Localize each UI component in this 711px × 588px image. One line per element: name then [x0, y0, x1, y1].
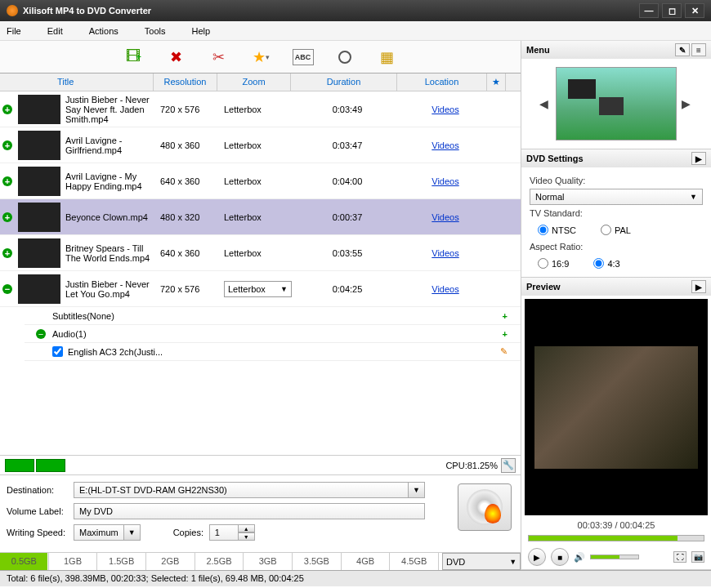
waveform-icon: [36, 459, 65, 472]
toolbar: 🎞+ ✖ ✂ ★▾ ABC ▦: [0, 41, 521, 74]
menu-actions[interactable]: Actions: [89, 26, 118, 36]
location-link[interactable]: Videos: [432, 176, 458, 186]
location-link[interactable]: Videos: [432, 105, 458, 114]
settings-icon[interactable]: 🔧: [501, 458, 516, 473]
edit-track-icon[interactable]: ✎: [500, 346, 508, 357]
preview-slider[interactable]: [528, 535, 704, 541]
play-button[interactable]: ▶: [528, 548, 546, 566]
add-audio-icon[interactable]: +: [503, 329, 508, 339]
close-button[interactable]: ✕: [685, 3, 704, 18]
ntsc-radio[interactable]: NTSC: [538, 225, 576, 235]
file-row[interactable]: − Justin Bieber - Never Let You Go.mp4 7…: [0, 271, 521, 307]
delete-icon[interactable]: ✖: [165, 46, 188, 69]
flame-icon: [485, 504, 501, 523]
collapse-icon[interactable]: ▶: [691, 280, 706, 293]
menu-file[interactable]: File: [7, 26, 21, 36]
expand-icon[interactable]: +: [0, 140, 15, 150]
stop-button[interactable]: ■: [551, 548, 569, 566]
volume-label-label: Volume Label:: [7, 506, 74, 516]
aspect-ratio-label: Aspect Ratio:: [530, 242, 703, 252]
expand-icon[interactable]: +: [0, 212, 15, 222]
preview-header: Preview ▶: [521, 278, 711, 296]
preview-time: 00:03:39 / 00:04:25: [521, 519, 711, 532]
chevron-down-icon: ▼: [690, 193, 697, 201]
file-resolution: 480 x 320: [157, 212, 221, 222]
copies-down-icon[interactable]: ▼: [239, 532, 255, 541]
file-duration: 0:04:00: [294, 176, 400, 186]
size-tick: 2GB: [146, 553, 195, 570]
col-zoom[interactable]: Zoom: [217, 74, 291, 91]
col-star[interactable]: ★: [487, 74, 506, 91]
next-template-icon[interactable]: ▶: [682, 97, 693, 110]
volume-icon[interactable]: 🔊: [574, 552, 585, 563]
4-3-radio[interactable]: 4:3: [593, 258, 619, 269]
file-row[interactable]: + Britney Spears - Till The World Ends.m…: [0, 235, 521, 271]
size-tick: 3.5GB: [293, 553, 342, 570]
file-duration: 0:00:37: [294, 212, 400, 222]
video-quality-select[interactable]: Normal▼: [530, 189, 703, 205]
col-duration[interactable]: Duration: [291, 74, 397, 91]
location-link[interactable]: Videos: [432, 248, 458, 258]
menu-template-thumb[interactable]: [556, 67, 677, 140]
location-link[interactable]: Videos: [432, 284, 458, 294]
file-row[interactable]: + Avril Lavigne - My Happy Ending.mp4 64…: [0, 163, 521, 199]
volume-label-field[interactable]: My DVD: [74, 503, 425, 519]
file-zoom: Letterbox▼: [221, 281, 294, 297]
dvd-settings-header: DVD Settings ▶: [521, 149, 711, 167]
copies-field[interactable]: 1: [209, 524, 239, 541]
prev-template-icon[interactable]: ◀: [539, 97, 551, 110]
zoom-select[interactable]: Letterbox▼: [224, 281, 292, 297]
effects-icon[interactable]: ★▾: [250, 46, 273, 69]
file-row[interactable]: + Avril Lavigne - Girlfriend.mp4 480 x 3…: [0, 127, 521, 163]
file-location: Videos: [400, 212, 490, 222]
menu-tools[interactable]: Tools: [145, 26, 166, 36]
destination-dropdown-icon[interactable]: ▼: [409, 482, 425, 498]
cut-icon[interactable]: ✂: [208, 46, 230, 69]
dvd-type-select[interactable]: DVD▼: [442, 553, 521, 570]
volume-slider[interactable]: [590, 555, 639, 559]
expand-icon[interactable]: +: [0, 248, 15, 258]
menu-help[interactable]: Help: [191, 26, 210, 36]
file-location: Videos: [400, 105, 490, 114]
pal-radio[interactable]: PAL: [601, 225, 631, 235]
menu-section-header: Menu ✎ ≡: [521, 41, 711, 59]
speed-dropdown-icon[interactable]: ▼: [124, 524, 141, 541]
record-icon[interactable]: [333, 46, 356, 69]
menu-edit[interactable]: Edit: [47, 26, 63, 36]
list-icon[interactable]: ▦: [376, 46, 399, 69]
maximize-button[interactable]: ◻: [662, 3, 682, 18]
minimize-button[interactable]: —: [639, 3, 659, 18]
file-duration: 0:03:47: [294, 140, 400, 150]
col-location[interactable]: Location: [397, 74, 487, 91]
list-view-icon[interactable]: ≡: [691, 43, 706, 56]
expand-icon[interactable]: +: [0, 105, 15, 114]
column-headers: Title Resolution Zoom Duration Location …: [0, 74, 521, 91]
audio-track-row[interactable]: English AC3 2ch(Justi...✎: [25, 343, 521, 361]
edit-icon[interactable]: ✎: [675, 43, 690, 56]
subtitles-row[interactable]: Subtitles(None)+: [25, 307, 521, 325]
copies-up-icon[interactable]: ▲: [239, 524, 255, 532]
thumbnail: [18, 274, 60, 304]
burn-button[interactable]: [458, 483, 512, 531]
col-title[interactable]: Title: [0, 74, 154, 91]
add-subtitle-icon[interactable]: +: [503, 311, 508, 321]
file-row[interactable]: + Beyonce Clown.mp4 480 x 320 Letterbox …: [0, 199, 521, 235]
expand-icon[interactable]: +: [0, 176, 15, 186]
destination-field[interactable]: E:(HL-DT-ST DVD-RAM GH22NS30): [74, 482, 409, 498]
expand-icon[interactable]: −: [0, 284, 15, 294]
collapse-icon[interactable]: ▶: [691, 152, 706, 165]
app-logo-icon: [7, 5, 18, 16]
audio-row[interactable]: −Audio(1)+: [25, 325, 521, 343]
col-resolution[interactable]: Resolution: [154, 74, 217, 91]
add-file-icon[interactable]: 🎞+: [123, 46, 145, 69]
location-link[interactable]: Videos: [432, 140, 458, 150]
location-link[interactable]: Videos: [432, 212, 458, 222]
fullscreen-icon[interactable]: ⛶: [673, 551, 686, 563]
file-duration: 0:03:55: [294, 248, 400, 258]
snapshot-icon[interactable]: 📷: [691, 551, 704, 563]
subtitle-icon[interactable]: ABC: [293, 49, 314, 65]
16-9-radio[interactable]: 16:9: [538, 258, 569, 269]
writing-speed-field[interactable]: Maximum: [74, 524, 124, 541]
track-checkbox[interactable]: [52, 346, 63, 357]
file-row[interactable]: + Justin Bieber - Never Say Never ft. Ja…: [0, 91, 521, 127]
